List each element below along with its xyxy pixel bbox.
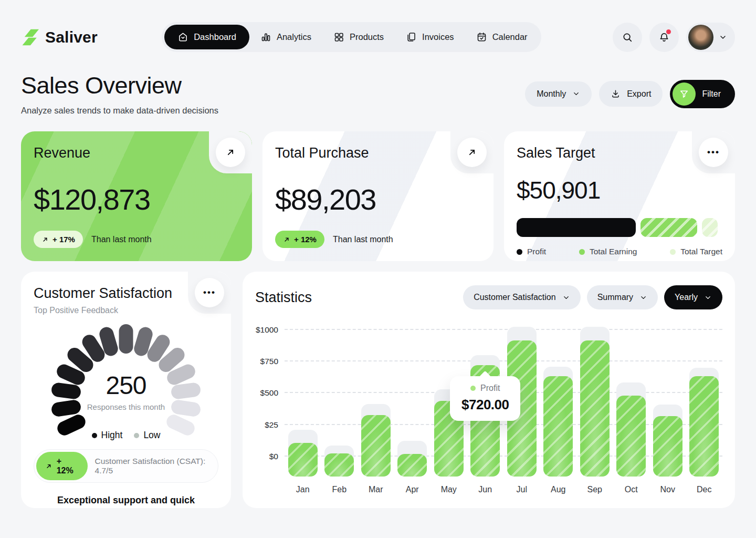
statistics-title: Statistics bbox=[255, 289, 312, 306]
x-tick-label-aug: Aug bbox=[540, 477, 577, 494]
nav-label: Analytics bbox=[277, 32, 311, 42]
filter-button[interactable]: Filter bbox=[670, 80, 735, 108]
sales-target-card: Sales Target $50,901 ProfitTotal Earning… bbox=[504, 131, 735, 261]
y-tick-label: $500 bbox=[260, 388, 278, 398]
bar-dec[interactable] bbox=[689, 376, 719, 477]
total-purchase-change-badge: + 12% bbox=[275, 231, 324, 248]
x-tick-label-may: May bbox=[430, 477, 467, 494]
card-corner: ••• bbox=[188, 272, 231, 314]
bar-aug[interactable] bbox=[543, 376, 573, 477]
revenue-expand-button[interactable] bbox=[216, 138, 245, 167]
bar-cell-jun: Profit$720.00 bbox=[467, 322, 504, 477]
legend-item-total-earning: Total Earning bbox=[579, 247, 637, 256]
range-dropdown-value: Yearly bbox=[675, 293, 698, 302]
export-button[interactable]: Export bbox=[599, 81, 663, 107]
x-tick-label-apr: Apr bbox=[394, 477, 431, 494]
y-tick-label: $0 bbox=[269, 452, 278, 461]
nav-item-calendar[interactable]: Calendar bbox=[465, 25, 539, 49]
chevron-down-icon bbox=[562, 294, 570, 302]
legend-dot bbox=[579, 249, 585, 255]
chart-x-axis: JanFebMarAprMayJunJulAugSepOctNovDec bbox=[285, 477, 722, 494]
csat-menu-button[interactable]: ••• bbox=[195, 278, 224, 307]
nav-item-products[interactable]: Products bbox=[322, 25, 395, 49]
legend-label: Profit bbox=[527, 247, 546, 256]
period-dropdown[interactable]: Monthly bbox=[525, 81, 592, 107]
bar-feb[interactable] bbox=[324, 453, 354, 477]
x-tick-label-nov: Nov bbox=[649, 477, 686, 494]
nav-item-dashboard[interactable]: Dashboard bbox=[164, 25, 249, 49]
x-tick-label-sep: Sep bbox=[576, 477, 613, 494]
page-titles: Sales Overview Analyze sales trends to m… bbox=[21, 72, 218, 116]
nav-label: Dashboard bbox=[194, 32, 236, 42]
csat-legend-item-low: Low bbox=[134, 430, 160, 441]
nav-label: Products bbox=[350, 32, 384, 42]
bar-jan[interactable] bbox=[288, 443, 318, 477]
export-label: Export bbox=[627, 89, 651, 99]
bottom-row: Customer Satisfaction Top Positive Feedb… bbox=[0, 272, 756, 508]
csat-subtitle: Top Positive Feedback bbox=[34, 306, 218, 315]
bar-cell-sep bbox=[576, 322, 613, 477]
bar-cell-feb bbox=[321, 322, 358, 477]
legend-item-profit: Profit bbox=[517, 247, 546, 256]
bar-nov[interactable] bbox=[653, 416, 682, 477]
search-icon bbox=[622, 32, 633, 43]
bar-sep[interactable] bbox=[580, 340, 610, 477]
notifications-button[interactable] bbox=[649, 23, 679, 52]
sales-target-menu-button[interactable]: ••• bbox=[699, 138, 728, 167]
card-corner bbox=[209, 131, 252, 173]
sales-target-value: $50,901 bbox=[517, 176, 722, 204]
bar-chart: $1000$750$500$25$0 Profit$720.00 JanFebM… bbox=[255, 322, 722, 494]
brand-logo: Saliver bbox=[21, 28, 98, 46]
csat-legend-label: Low bbox=[143, 430, 160, 441]
range-dropdown[interactable]: Yearly bbox=[664, 285, 722, 309]
x-tick-label-feb: Feb bbox=[321, 477, 358, 494]
chevron-down-icon bbox=[572, 90, 580, 98]
x-tick-label-dec: Dec bbox=[686, 477, 723, 494]
x-tick-label-mar: Mar bbox=[358, 477, 394, 494]
metric-dropdown[interactable]: Customer Satisfaction bbox=[463, 285, 581, 309]
csat-change-badge: + 12% bbox=[36, 452, 88, 480]
y-tick-label: $1000 bbox=[256, 325, 278, 335]
revenue-value: $120,873 bbox=[34, 182, 239, 216]
nav-item-invoices[interactable]: Invoices bbox=[395, 25, 465, 49]
page-subtitle: Analyze sales trends to make data-driven… bbox=[21, 106, 218, 116]
statistics-card: Statistics Customer Satisfaction Summary… bbox=[243, 272, 735, 508]
home-icon bbox=[177, 32, 188, 43]
legend-dot bbox=[517, 249, 522, 255]
search-button[interactable] bbox=[613, 23, 642, 52]
chevron-down-icon bbox=[639, 294, 647, 302]
chart-plot-area: Profit$720.00 bbox=[285, 322, 722, 477]
card-corner bbox=[450, 131, 494, 173]
y-tick-label: $25 bbox=[265, 420, 278, 430]
bar-oct[interactable] bbox=[616, 396, 646, 477]
csat-gauge: 250 Responses this month bbox=[42, 320, 210, 429]
filter-icon bbox=[673, 82, 696, 106]
total-purchase-compare-label: Than last month bbox=[333, 235, 393, 244]
csat-legend-item-hight: Hight bbox=[92, 430, 123, 441]
y-tick-label: $750 bbox=[260, 357, 278, 366]
bar-mar[interactable] bbox=[361, 415, 391, 477]
sales-target-progress bbox=[517, 218, 722, 237]
x-tick-label-jan: Jan bbox=[285, 477, 321, 494]
csat-summary-pill: + 12% Customer Satisfaction (CSAT): 4.7/… bbox=[34, 449, 218, 483]
main-nav: Dashboard Analytics Product bbox=[162, 22, 541, 52]
bar-cell-mar bbox=[358, 322, 394, 477]
ellipsis-icon: ••• bbox=[203, 287, 216, 298]
bar-apr[interactable] bbox=[397, 454, 427, 477]
total-purchase-expand-button[interactable] bbox=[457, 138, 487, 167]
view-dropdown[interactable]: Summary bbox=[587, 285, 658, 309]
tooltip-series-label: Profit bbox=[480, 384, 500, 393]
user-menu[interactable] bbox=[686, 23, 735, 52]
total-purchase-card: Total Purchase $89,203 + 12% Than last m… bbox=[262, 131, 494, 261]
statistics-filters: Customer Satisfaction Summary Yearly bbox=[463, 285, 722, 309]
chevron-down-icon bbox=[719, 33, 727, 42]
kpi-cards: Revenue $120,873 + 17% Than last month T… bbox=[0, 131, 756, 261]
brand-name: Saliver bbox=[45, 28, 98, 46]
gauge-caption: Responses this month bbox=[63, 402, 189, 411]
card-corner: ••• bbox=[692, 131, 735, 173]
gauge-segment bbox=[119, 324, 133, 354]
legend-item-total-target: Total Target bbox=[670, 247, 722, 256]
nav-item-analytics[interactable]: Analytics bbox=[249, 25, 322, 49]
csat-summary-text: Customer Satisfaction (CSAT): 4.7/5 bbox=[95, 457, 216, 475]
products-icon bbox=[333, 32, 344, 43]
